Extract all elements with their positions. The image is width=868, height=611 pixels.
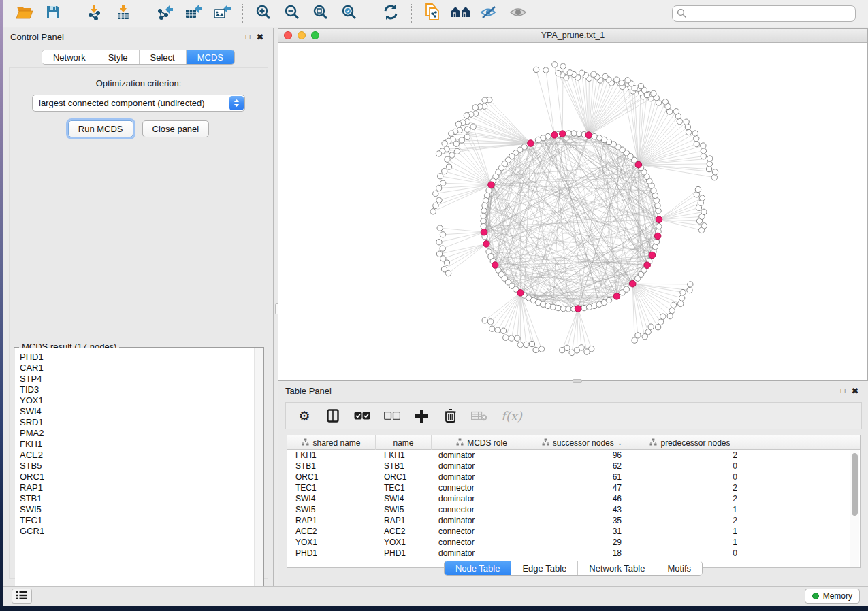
mcds-result-item[interactable]: SWI4 bbox=[20, 406, 263, 417]
table-tabs: Node TableEdge TableNetwork TableMotifs bbox=[278, 561, 868, 576]
table-row[interactable]: SWI5SWI5connector431 bbox=[287, 504, 860, 515]
open-button[interactable] bbox=[10, 2, 39, 25]
column-header-name[interactable]: name bbox=[376, 435, 432, 450]
hide-selected-button[interactable] bbox=[475, 2, 504, 25]
mcds-result-item[interactable]: SWI5 bbox=[20, 504, 263, 515]
tab-motifs[interactable]: Motifs bbox=[656, 561, 702, 575]
show-all-button[interactable] bbox=[504, 2, 532, 25]
refresh-button[interactable] bbox=[376, 2, 405, 25]
save-disk-icon bbox=[46, 5, 61, 22]
export-table-button[interactable] bbox=[179, 2, 208, 25]
network-canvas[interactable] bbox=[278, 43, 867, 380]
criterion-value: largest connected component (undirected) bbox=[39, 98, 205, 108]
import-network-button[interactable] bbox=[80, 2, 109, 25]
table-scrollbar-thumb[interactable] bbox=[852, 453, 858, 516]
import-table-button[interactable] bbox=[109, 2, 138, 25]
export-network-button[interactable] bbox=[150, 2, 179, 25]
column-header-predecessor-nodes[interactable]: predecessor nodes bbox=[632, 435, 748, 450]
tab-network[interactable]: Network bbox=[42, 50, 97, 64]
table-row[interactable]: TEC1TEC1connector472 bbox=[287, 482, 860, 493]
toolbar-separator bbox=[370, 4, 370, 23]
add-row-icon[interactable] bbox=[414, 407, 429, 425]
mcds-result-item[interactable]: SRD1 bbox=[20, 417, 263, 428]
toolbar-separator bbox=[411, 4, 412, 23]
table-row[interactable]: ORC1ORC1dominator610 bbox=[287, 472, 860, 482]
mcds-result-item[interactable]: TEC1 bbox=[20, 515, 263, 526]
tab-node-table[interactable]: Node Table bbox=[445, 561, 512, 575]
table-row[interactable]: FKH1FKH1dominator962 bbox=[287, 450, 860, 461]
mcds-result-item[interactable]: YOX1 bbox=[20, 395, 263, 406]
tab-edge-table[interactable]: Edge Table bbox=[511, 561, 578, 575]
table-row[interactable]: SWI4SWI4dominator462 bbox=[287, 493, 860, 504]
open-folder-icon bbox=[16, 5, 33, 22]
table-toolbar: ⚙ f(x) bbox=[285, 402, 862, 429]
close-panel-icon[interactable]: ✖ bbox=[254, 31, 266, 43]
zoom-in-button[interactable] bbox=[249, 2, 278, 25]
search-icon bbox=[677, 8, 687, 20]
column-header-successor-nodes[interactable]: successor nodes⌄ bbox=[532, 435, 632, 450]
mcds-result-item[interactable]: GCR1 bbox=[20, 526, 263, 537]
table-row[interactable]: STB1STB1dominator620 bbox=[287, 461, 860, 472]
table-scrollbar[interactable] bbox=[850, 450, 859, 567]
clone-network-button[interactable] bbox=[418, 2, 447, 25]
table-settings-icon[interactable]: ⚙ bbox=[297, 407, 312, 425]
criterion-dropdown[interactable]: largest connected component (undirected) bbox=[32, 95, 245, 112]
zoom-selected-icon bbox=[341, 4, 357, 22]
mcds-result-item[interactable]: STB5 bbox=[20, 461, 263, 472]
memory-button[interactable]: Memory bbox=[805, 589, 860, 604]
mcds-result-item[interactable]: TID3 bbox=[20, 384, 263, 395]
table-panel-title: Table Panel bbox=[285, 386, 332, 396]
tab-select[interactable]: Select bbox=[140, 50, 187, 64]
float-table-panel-icon[interactable]: □ bbox=[837, 384, 849, 397]
unselect-all-icon[interactable] bbox=[384, 407, 400, 425]
table-panel-header: Table Panel □ ✖ bbox=[278, 382, 868, 399]
float-panel-icon[interactable]: □ bbox=[242, 31, 254, 43]
search-input[interactable] bbox=[672, 5, 856, 22]
network-graph[interactable] bbox=[278, 43, 867, 380]
attribute-type-icon bbox=[456, 438, 464, 448]
tab-network-table[interactable]: Network Table bbox=[578, 561, 656, 575]
mcds-result-item[interactable]: PMA2 bbox=[20, 428, 263, 439]
close-table-panel-icon[interactable]: ✖ bbox=[849, 384, 861, 397]
zoom-out-button[interactable] bbox=[278, 2, 306, 25]
mcds-list-scrollbar[interactable] bbox=[254, 348, 263, 597]
delete-row-icon[interactable] bbox=[443, 407, 457, 425]
task-history-button[interactable] bbox=[12, 589, 32, 604]
column-header-MCDS-role[interactable]: MCDS role bbox=[432, 435, 532, 450]
table-row[interactable]: ACE2ACE2connector311 bbox=[287, 526, 860, 537]
first-neighbors-button[interactable] bbox=[447, 2, 475, 25]
mcds-result-item[interactable]: RAP1 bbox=[20, 482, 263, 493]
zoom-in-icon bbox=[255, 4, 272, 22]
control-panel-title: Control Panel bbox=[10, 32, 64, 42]
mcds-result-item[interactable]: STB1 bbox=[20, 493, 263, 504]
mcds-result-item[interactable]: PHD1 bbox=[20, 352, 263, 363]
table-row[interactable]: YOX1YOX1connector291 bbox=[287, 537, 860, 548]
zoom-selected-button[interactable] bbox=[335, 2, 364, 25]
close-panel-button[interactable]: Close panel bbox=[142, 120, 210, 137]
mcds-result-list[interactable]: PHD1CAR1STP4TID3YOX1SWI4SRD1PMA2FKH1ACE2… bbox=[15, 348, 263, 597]
mcds-result-item[interactable]: ACE2 bbox=[20, 450, 263, 461]
tab-mcds[interactable]: MCDS bbox=[187, 50, 234, 64]
mcds-result-item[interactable]: ORC1 bbox=[20, 472, 263, 482]
export-image-button[interactable] bbox=[208, 2, 236, 25]
mcds-result-item[interactable]: CAR1 bbox=[20, 363, 263, 374]
show-column-icon[interactable] bbox=[325, 407, 340, 425]
horizontal-splitter-handle[interactable] bbox=[573, 379, 582, 383]
search-box bbox=[672, 5, 856, 22]
select-all-icon[interactable] bbox=[354, 407, 370, 425]
mcds-result-item[interactable]: FKH1 bbox=[20, 439, 263, 450]
mcds-tab-body: Optimization criterion: largest connecte… bbox=[9, 67, 268, 579]
zoom-fit-button[interactable] bbox=[306, 2, 335, 25]
desktop: Control Panel □ ✖ NetworkStyleSelectMCDS… bbox=[0, 0, 868, 611]
tab-style[interactable]: Style bbox=[97, 50, 140, 64]
mcds-result-item[interactable]: STP4 bbox=[20, 374, 263, 384]
control-panel-tabs: NetworkStyleSelectMCDS bbox=[3, 50, 273, 65]
network-window-titlebar: YPA_prune.txt_1 bbox=[278, 29, 867, 43]
table-row[interactable]: RAP1RAP1dominator352 bbox=[287, 515, 860, 526]
table-row[interactable]: PHD1PHD1dominator180 bbox=[287, 548, 860, 559]
column-header-shared-name[interactable]: shared name bbox=[287, 435, 376, 450]
save-button[interactable] bbox=[39, 2, 67, 25]
zoom-fit-icon bbox=[312, 4, 329, 22]
refresh-icon bbox=[383, 4, 399, 22]
run-mcds-button[interactable]: Run MCDS bbox=[68, 120, 133, 137]
